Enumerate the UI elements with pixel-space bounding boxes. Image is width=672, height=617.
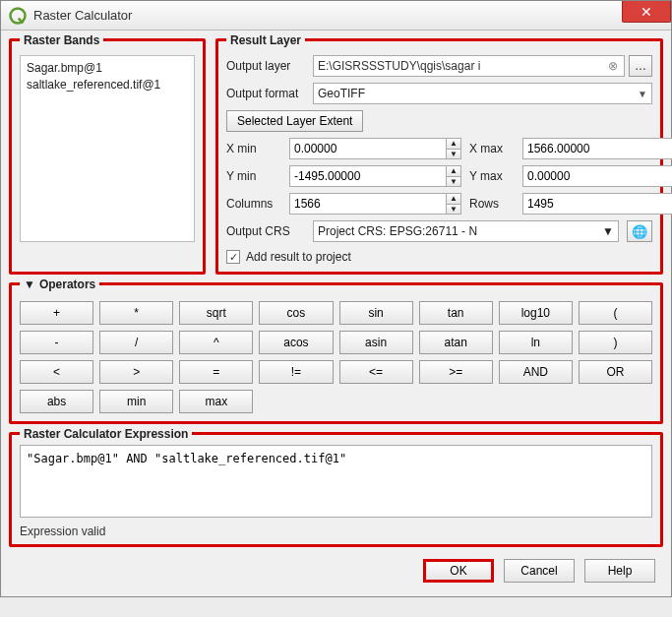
rows-spin[interactable]: ▲▼ xyxy=(522,193,672,215)
operator-acos-button[interactable]: acos xyxy=(259,331,333,354)
rows-input[interactable] xyxy=(522,193,672,215)
raster-bands-group: Raster Bands Sagar.bmp@1 saltlake_refere… xyxy=(9,38,206,275)
operator--button[interactable]: <= xyxy=(339,360,413,384)
raster-band-item[interactable]: saltlake_referenced.tif@1 xyxy=(27,77,188,93)
ymin-label: Y min xyxy=(226,169,281,183)
xmin-label: X min xyxy=(226,142,281,155)
spin-up-icon[interactable]: ▲ xyxy=(447,166,460,177)
output-crs-value: Project CRS: EPSG:26711 - N xyxy=(318,224,477,238)
ymin-spin[interactable]: ▲▼ xyxy=(289,165,461,187)
operator-min-button[interactable]: min xyxy=(99,390,173,413)
raster-band-item[interactable]: Sagar.bmp@1 xyxy=(27,60,188,77)
operator-ln-button[interactable]: ln xyxy=(499,331,573,354)
operator-max-button[interactable]: max xyxy=(179,390,253,413)
ymax-spin[interactable]: ▲▼ xyxy=(522,165,672,187)
operator-log10-button[interactable]: log10 xyxy=(499,301,573,325)
titlebar: Raster Calculator ✕ xyxy=(1,1,671,31)
browse-output-button[interactable]: … xyxy=(629,55,652,77)
dialog-footer: OK Cancel Help xyxy=(9,555,663,590)
operator--button[interactable]: ( xyxy=(579,301,652,325)
operator-tan-button[interactable]: tan xyxy=(419,301,493,325)
operator-sqrt-button[interactable]: sqrt xyxy=(179,301,253,325)
columns-input[interactable] xyxy=(289,193,446,215)
output-format-combo[interactable]: GeoTIFF ▼ xyxy=(313,83,652,104)
operator--button[interactable]: >= xyxy=(419,360,493,384)
columns-label: Columns xyxy=(226,197,281,211)
operator--button[interactable]: < xyxy=(20,360,93,384)
operator-OR-button[interactable]: OR xyxy=(579,360,652,384)
output-crs-combo[interactable]: Project CRS: EPSG:26711 - N ▼ xyxy=(313,220,619,242)
operator--button[interactable]: + xyxy=(20,301,93,325)
xmax-label: X max xyxy=(469,142,515,155)
chevron-down-icon: ▼ xyxy=(638,89,647,99)
output-format-label: Output format xyxy=(226,87,305,100)
operator-asin-button[interactable]: asin xyxy=(339,331,413,354)
spin-down-icon[interactable]: ▼ xyxy=(447,177,460,187)
rows-label: Rows xyxy=(469,197,515,211)
operator-atan-button[interactable]: atan xyxy=(419,331,493,354)
clear-output-icon[interactable]: ⊗ xyxy=(606,59,620,73)
operator--button[interactable]: > xyxy=(99,360,173,384)
spin-down-icon[interactable]: ▼ xyxy=(447,150,460,159)
ok-button[interactable]: OK xyxy=(423,559,494,583)
close-button[interactable]: ✕ xyxy=(622,1,671,23)
raster-calculator-window: Raster Calculator ✕ Raster Bands Sagar.b… xyxy=(0,0,672,597)
selected-layer-extent-button[interactable]: Selected Layer Extent xyxy=(226,110,363,132)
spin-up-icon[interactable]: ▲ xyxy=(447,194,460,205)
operator-sin-button[interactable]: sin xyxy=(339,301,413,325)
qgis-icon xyxy=(8,6,28,26)
xmax-input[interactable] xyxy=(522,138,672,159)
add-result-label: Add result to project xyxy=(246,250,351,264)
select-crs-button[interactable]: 🌐 xyxy=(627,220,652,242)
raster-bands-title: Raster Bands xyxy=(20,33,103,47)
spin-down-icon[interactable]: ▼ xyxy=(447,205,460,215)
operators-group: ▼ Operators +*sqrtcossintanlog10( -/^aco… xyxy=(9,282,663,424)
globe-icon: 🌐 xyxy=(632,224,647,239)
output-format-value: GeoTIFF xyxy=(318,87,365,100)
ymin-input[interactable] xyxy=(289,165,446,187)
ymax-input[interactable] xyxy=(522,165,672,187)
cancel-button[interactable]: Cancel xyxy=(504,559,575,583)
help-button[interactable]: Help xyxy=(584,559,655,583)
xmin-input[interactable] xyxy=(289,138,446,159)
ymax-label: Y max xyxy=(469,169,515,183)
window-title: Raster Calculator xyxy=(33,8,132,23)
operator--button[interactable]: ) xyxy=(579,331,652,354)
operator-abs-button[interactable]: abs xyxy=(20,390,93,413)
result-layer-group: Result Layer Output layer E:\GISRSSSTUDY… xyxy=(215,38,663,275)
output-layer-value: E:\GISRSSSTUDY\qgis\sagar i xyxy=(318,59,480,73)
columns-spin[interactable]: ▲▼ xyxy=(289,193,461,215)
chevron-down-icon: ▼ xyxy=(602,224,614,238)
expression-title: Raster Calculator Expression xyxy=(20,427,192,441)
operator--button[interactable]: / xyxy=(99,331,173,354)
raster-bands-list[interactable]: Sagar.bmp@1 saltlake_referenced.tif@1 xyxy=(20,55,195,242)
operator-AND-button[interactable]: AND xyxy=(499,360,573,384)
operator--button[interactable]: * xyxy=(99,301,173,325)
xmin-spin[interactable]: ▲▼ xyxy=(289,138,461,159)
spin-up-icon[interactable]: ▲ xyxy=(447,139,460,150)
result-layer-title: Result Layer xyxy=(226,33,305,47)
output-crs-label: Output CRS xyxy=(226,224,305,238)
expression-group: Raster Calculator Expression Expression … xyxy=(9,432,663,547)
xmax-spin[interactable]: ▲▼ xyxy=(522,138,672,159)
operator--button[interactable]: ^ xyxy=(179,331,253,354)
operator-cos-button[interactable]: cos xyxy=(259,301,333,325)
operators-title[interactable]: ▼ Operators xyxy=(20,278,99,291)
output-layer-label: Output layer xyxy=(226,59,305,73)
expression-status: Expression valid xyxy=(20,524,652,538)
expression-input[interactable] xyxy=(20,445,652,518)
operator--button[interactable]: != xyxy=(259,360,333,384)
add-result-checkbox[interactable]: ✓ xyxy=(226,250,240,264)
close-icon: ✕ xyxy=(641,4,652,20)
operator--button[interactable]: = xyxy=(179,360,253,384)
operator--button[interactable]: - xyxy=(20,331,93,354)
chevron-down-icon: ▼ xyxy=(24,278,35,291)
